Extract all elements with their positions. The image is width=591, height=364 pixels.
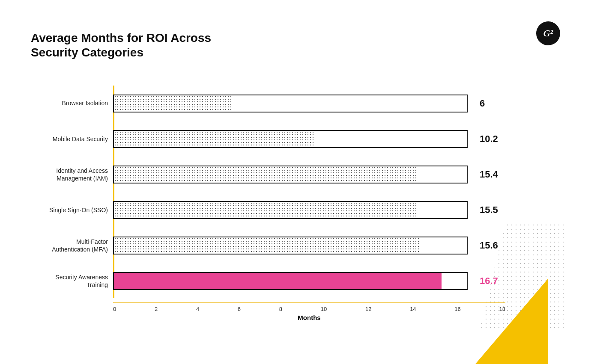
bar-label: Identity and AccessManagement (IAM) (31, 167, 108, 182)
bar-value: 15.6 (480, 240, 505, 251)
axis-labels: 024681012141618 (113, 306, 505, 312)
axis-tick: 4 (196, 306, 199, 312)
axis-section: 024681012141618 Months (113, 302, 505, 321)
bar-wrapper (113, 130, 468, 148)
bar-wrapper (113, 272, 468, 290)
bar-label: Mobile Data Security (31, 135, 108, 143)
bar-filled (114, 237, 420, 254)
bar-filled (114, 202, 418, 218)
bar-track (113, 201, 468, 219)
bar-empty (314, 131, 467, 147)
bar-track (113, 95, 468, 112)
bars-section: Browser Isolation 6 Mobile Data Security… (31, 86, 505, 299)
bar-track (113, 130, 468, 148)
axis-line (113, 302, 505, 303)
bar-filled (114, 95, 231, 112)
axis-tick: 2 (155, 306, 158, 312)
bar-value: 16.7 (480, 275, 505, 287)
chart-title: Average Months for ROI Across Security C… (31, 31, 211, 59)
g2-logo: G² (536, 21, 560, 45)
bar-wrapper (113, 95, 468, 112)
bar-label: Security AwarenessTraining (31, 273, 108, 289)
bar-wrapper (113, 237, 468, 255)
chart-container: Browser Isolation 6 Mobile Data Security… (31, 86, 505, 321)
bar-label: Single Sign-On (SSO) (31, 206, 108, 214)
bar-wrapper (113, 201, 468, 219)
bar-empty (416, 166, 467, 183)
axis-tick: 12 (365, 306, 371, 312)
bar-value: 10.2 (480, 133, 505, 145)
chart-area: Browser Isolation 6 Mobile Data Security… (31, 86, 505, 321)
bar-filled (114, 131, 314, 147)
bar-value: 15.5 (480, 204, 505, 216)
bar-empty (442, 273, 467, 289)
axis-tick: 8 (279, 306, 282, 312)
bar-row: Browser Isolation 6 (31, 95, 505, 112)
bar-row: Security AwarenessTraining 16.7 (31, 272, 505, 290)
axis-tick: 16 (454, 306, 460, 312)
bar-filled (114, 273, 442, 289)
bar-track (113, 237, 468, 255)
bar-wrapper (113, 166, 468, 183)
g2-logo-text: G² (543, 28, 553, 39)
bar-row: Identity and AccessManagement (IAM) 15.4 (31, 166, 505, 183)
axis-tick: 14 (410, 306, 416, 312)
bar-value: 6 (480, 98, 505, 109)
axis-tick: 18 (499, 306, 505, 312)
bar-empty (231, 95, 467, 112)
axis-tick: 6 (238, 306, 241, 312)
bar-track (113, 272, 468, 290)
bar-empty (418, 202, 467, 218)
bar-label: Multi-FactorAuthentication (MFA) (31, 238, 108, 253)
bar-row: Multi-FactorAuthentication (MFA) 15.6 (31, 237, 505, 255)
bar-row: Single Sign-On (SSO) 15.5 (31, 201, 505, 219)
bar-row: Mobile Data Security 10.2 (31, 130, 505, 148)
bar-empty (420, 237, 467, 254)
bar-track (113, 166, 468, 183)
bar-label: Browser Isolation (31, 99, 108, 107)
axis-tick: 0 (113, 306, 116, 312)
axis-title: Months (113, 314, 505, 321)
axis-tick: 10 (321, 306, 327, 312)
bar-filled (114, 166, 416, 183)
bar-value: 15.4 (480, 169, 505, 180)
